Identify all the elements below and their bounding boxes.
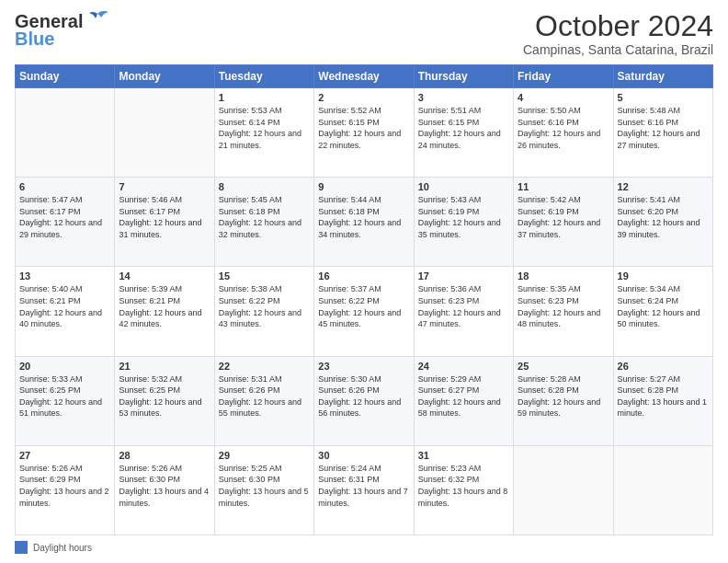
day-info: Sunrise: 5:32 AMSunset: 6:25 PMDaylight:… (119, 373, 210, 419)
day-info: Sunrise: 5:50 AMSunset: 6:16 PMDaylight:… (518, 105, 609, 151)
calendar-cell (613, 445, 712, 534)
calendar-day-header: Thursday (414, 65, 513, 88)
day-number: 2 (318, 92, 409, 103)
day-number: 17 (418, 270, 509, 282)
calendar-cell: 1Sunrise: 5:53 AMSunset: 6:14 PMDaylight… (214, 88, 313, 178)
calendar-cell: 26Sunrise: 5:27 AMSunset: 6:28 PMDayligh… (613, 356, 712, 445)
day-number: 30 (318, 450, 409, 461)
month-title: October 2024 (523, 11, 713, 40)
title-section: October 2024 Campinas, Santa Catarina, B… (523, 11, 713, 57)
calendar-cell: 5Sunrise: 5:48 AMSunset: 6:16 PMDaylight… (613, 88, 712, 178)
calendar-day-header: Saturday (613, 65, 712, 88)
day-number: 14 (119, 270, 210, 282)
calendar-cell: 16Sunrise: 5:37 AMSunset: 6:22 PMDayligh… (314, 267, 414, 356)
day-number: 27 (19, 450, 110, 461)
calendar-cell: 10Sunrise: 5:43 AMSunset: 6:19 PMDayligh… (414, 178, 513, 267)
day-info: Sunrise: 5:23 AMSunset: 6:32 PMDaylight:… (418, 463, 509, 509)
day-number: 19 (618, 270, 709, 282)
day-info: Sunrise: 5:47 AMSunset: 6:17 PMDaylight:… (19, 194, 110, 240)
calendar-day-header: Tuesday (214, 65, 313, 88)
day-info: Sunrise: 5:29 AMSunset: 6:27 PMDaylight:… (418, 373, 509, 419)
calendar-cell: 17Sunrise: 5:36 AMSunset: 6:23 PMDayligh… (414, 267, 513, 356)
calendar-cell: 6Sunrise: 5:47 AMSunset: 6:17 PMDaylight… (16, 178, 115, 267)
day-info: Sunrise: 5:52 AMSunset: 6:15 PMDaylight:… (318, 105, 409, 151)
day-info: Sunrise: 5:25 AMSunset: 6:30 PMDaylight:… (219, 463, 310, 509)
footer: Daylight hours (15, 541, 713, 554)
day-number: 9 (318, 181, 409, 192)
day-number: 29 (219, 450, 310, 461)
day-number: 22 (219, 361, 310, 372)
day-info: Sunrise: 5:35 AMSunset: 6:23 PMDaylight:… (518, 283, 609, 329)
day-info: Sunrise: 5:38 AMSunset: 6:22 PMDaylight:… (219, 283, 310, 329)
calendar-day-header: Monday (115, 65, 214, 88)
calendar-week-row: 1Sunrise: 5:53 AMSunset: 6:14 PMDaylight… (16, 88, 713, 178)
day-number: 16 (318, 270, 409, 282)
day-info: Sunrise: 5:27 AMSunset: 6:28 PMDaylight:… (618, 373, 709, 419)
calendar-cell: 3Sunrise: 5:51 AMSunset: 6:15 PMDaylight… (414, 88, 513, 178)
day-number: 26 (618, 361, 709, 372)
calendar-cell (115, 88, 214, 178)
calendar-cell: 4Sunrise: 5:50 AMSunset: 6:16 PMDaylight… (514, 88, 613, 178)
day-number: 10 (418, 181, 509, 192)
location: Campinas, Santa Catarina, Brazil (523, 42, 713, 57)
logo-blue-text: Blue (15, 29, 54, 50)
day-number: 15 (219, 270, 310, 282)
calendar-cell: 31Sunrise: 5:23 AMSunset: 6:32 PMDayligh… (414, 445, 513, 534)
header: General Blue October 2024 Campinas, Sant… (15, 11, 713, 57)
day-info: Sunrise: 5:28 AMSunset: 6:28 PMDaylight:… (518, 373, 609, 419)
day-info: Sunrise: 5:36 AMSunset: 6:23 PMDaylight:… (418, 283, 509, 329)
day-number: 24 (418, 361, 509, 372)
day-info: Sunrise: 5:33 AMSunset: 6:25 PMDaylight:… (19, 373, 110, 419)
calendar-cell (16, 88, 115, 178)
calendar-cell: 29Sunrise: 5:25 AMSunset: 6:30 PMDayligh… (214, 445, 313, 534)
day-number: 12 (618, 181, 709, 192)
day-number: 3 (418, 92, 509, 103)
day-number: 4 (518, 92, 609, 103)
day-info: Sunrise: 5:42 AMSunset: 6:19 PMDaylight:… (518, 194, 609, 240)
day-info: Sunrise: 5:53 AMSunset: 6:14 PMDaylight:… (219, 105, 310, 151)
calendar-cell: 27Sunrise: 5:26 AMSunset: 6:29 PMDayligh… (16, 445, 115, 534)
calendar-week-row: 27Sunrise: 5:26 AMSunset: 6:29 PMDayligh… (16, 445, 713, 534)
day-info: Sunrise: 5:48 AMSunset: 6:16 PMDaylight:… (618, 105, 709, 151)
calendar-week-row: 20Sunrise: 5:33 AMSunset: 6:25 PMDayligh… (16, 356, 713, 445)
logo-bird-icon (85, 10, 110, 30)
day-number: 21 (119, 361, 210, 372)
day-number: 23 (318, 361, 409, 372)
legend-box (15, 541, 28, 554)
calendar-cell: 11Sunrise: 5:42 AMSunset: 6:19 PMDayligh… (514, 178, 613, 267)
day-number: 1 (219, 92, 310, 103)
day-info: Sunrise: 5:40 AMSunset: 6:21 PMDaylight:… (19, 283, 110, 329)
day-info: Sunrise: 5:41 AMSunset: 6:20 PMDaylight:… (618, 194, 709, 240)
calendar-table: SundayMondayTuesdayWednesdayThursdayFrid… (15, 64, 713, 535)
day-info: Sunrise: 5:43 AMSunset: 6:19 PMDaylight:… (418, 194, 509, 240)
calendar-cell: 25Sunrise: 5:28 AMSunset: 6:28 PMDayligh… (514, 356, 613, 445)
day-number: 18 (518, 270, 609, 282)
day-info: Sunrise: 5:39 AMSunset: 6:21 PMDaylight:… (119, 283, 210, 329)
calendar-cell: 22Sunrise: 5:31 AMSunset: 6:26 PMDayligh… (214, 356, 313, 445)
calendar-cell (514, 445, 613, 534)
calendar-cell: 30Sunrise: 5:24 AMSunset: 6:31 PMDayligh… (314, 445, 414, 534)
calendar-cell: 13Sunrise: 5:40 AMSunset: 6:21 PMDayligh… (16, 267, 115, 356)
day-number: 6 (19, 181, 110, 192)
day-info: Sunrise: 5:26 AMSunset: 6:30 PMDaylight:… (119, 463, 210, 509)
calendar-cell: 14Sunrise: 5:39 AMSunset: 6:21 PMDayligh… (115, 267, 214, 356)
logo: General Blue (15, 11, 110, 50)
day-number: 28 (119, 450, 210, 461)
calendar-cell: 28Sunrise: 5:26 AMSunset: 6:30 PMDayligh… (115, 445, 214, 534)
calendar-cell: 20Sunrise: 5:33 AMSunset: 6:25 PMDayligh… (16, 356, 115, 445)
calendar-cell: 23Sunrise: 5:30 AMSunset: 6:26 PMDayligh… (314, 356, 414, 445)
calendar-header-row: SundayMondayTuesdayWednesdayThursdayFrid… (16, 65, 713, 88)
day-info: Sunrise: 5:34 AMSunset: 6:24 PMDaylight:… (618, 283, 709, 329)
day-info: Sunrise: 5:24 AMSunset: 6:31 PMDaylight:… (318, 463, 409, 509)
day-info: Sunrise: 5:26 AMSunset: 6:29 PMDaylight:… (19, 463, 110, 509)
day-info: Sunrise: 5:37 AMSunset: 6:22 PMDaylight:… (318, 283, 409, 329)
day-number: 31 (418, 450, 509, 461)
day-info: Sunrise: 5:30 AMSunset: 6:26 PMDaylight:… (318, 373, 409, 419)
page: General Blue October 2024 Campinas, Sant… (0, 0, 728, 563)
legend-label: Daylight hours (33, 543, 92, 553)
calendar-cell: 9Sunrise: 5:44 AMSunset: 6:18 PMDaylight… (314, 178, 414, 267)
day-number: 20 (19, 361, 110, 372)
calendar-day-header: Sunday (16, 65, 115, 88)
day-number: 25 (518, 361, 609, 372)
day-info: Sunrise: 5:44 AMSunset: 6:18 PMDaylight:… (318, 194, 409, 240)
